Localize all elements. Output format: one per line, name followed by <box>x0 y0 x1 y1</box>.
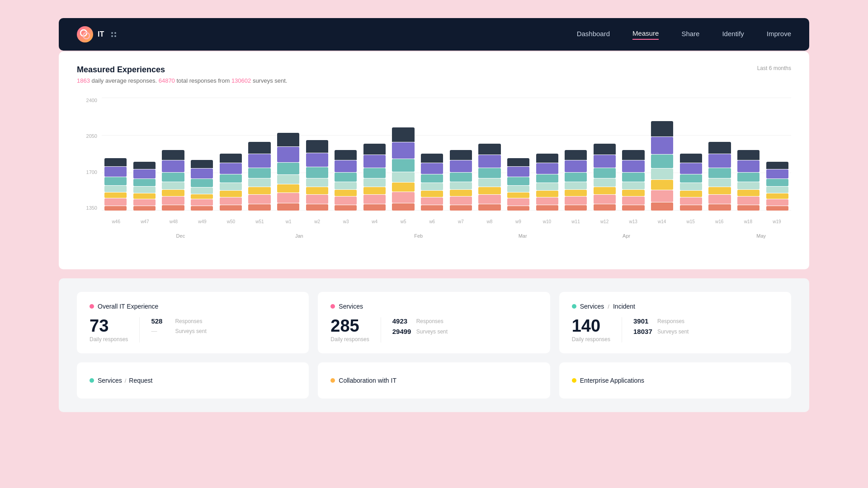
bar-segment <box>737 190 760 196</box>
nav-links: Dashboard Measure Share Identify Improve <box>577 29 791 40</box>
bar-segment <box>594 187 616 194</box>
bar-segment <box>162 190 184 196</box>
nav-identify[interactable]: Identify <box>722 30 744 39</box>
bar-segment <box>766 162 788 169</box>
bar-segment <box>306 187 328 194</box>
card-dot-incident <box>572 304 576 309</box>
x-label-w5: w5 <box>389 219 418 224</box>
bar-segment <box>478 144 500 155</box>
bar-segment <box>507 186 529 192</box>
bar-segment <box>104 198 127 206</box>
x-label-w10: w10 <box>533 219 561 224</box>
bar-segment <box>737 205 760 211</box>
card-title-incident: Services <box>580 303 604 310</box>
bar-segment <box>651 155 673 168</box>
bars-container <box>102 98 791 211</box>
bar-segment <box>766 193 788 199</box>
bar-segment <box>565 150 587 160</box>
bar-segment <box>277 147 299 162</box>
week-group-w2 <box>303 140 331 211</box>
week-group-w9 <box>505 158 533 211</box>
bar-segment <box>191 194 213 199</box>
bar-segment <box>104 192 127 198</box>
card-stat-18037: 18037 <box>633 328 654 335</box>
x-label-w1: w1 <box>274 219 303 224</box>
bar-segment <box>622 190 644 196</box>
bar-segment <box>248 142 270 154</box>
daily-avg: 1863 <box>77 77 90 84</box>
bar-segment <box>680 154 702 163</box>
bar-segment <box>594 144 616 155</box>
card-stat-label-surveys-3: Surveys sent <box>657 328 689 335</box>
nav-share[interactable]: Share <box>681 30 699 39</box>
bar-stack-w47 <box>131 162 159 211</box>
week-group-w11 <box>562 150 590 211</box>
card-score-label-overall: Daily responses <box>90 336 128 343</box>
x-label-w51: w51 <box>245 219 274 224</box>
bar-segment <box>565 197 587 205</box>
x-label-w48: w48 <box>159 219 188 224</box>
nav-improve[interactable]: Improve <box>767 30 791 39</box>
bar-segment <box>708 187 731 194</box>
bar-segment <box>306 195 328 204</box>
bar-stack-w11 <box>562 150 590 211</box>
bar-stack-w7 <box>447 150 475 211</box>
week-group-w3 <box>332 150 360 211</box>
card-overall: Overall IT Experience 73 Daily responses… <box>77 292 309 353</box>
bar-segment <box>191 188 213 194</box>
week-group-w16 <box>706 142 734 211</box>
bar-segment <box>766 187 788 193</box>
bar-segment <box>450 190 472 196</box>
bar-segment <box>248 187 270 194</box>
bar-segment <box>392 203 414 211</box>
bar-segment <box>363 144 386 155</box>
x-label-w14: w14 <box>647 219 676 224</box>
bar-segment <box>162 173 184 182</box>
bar-segment <box>363 187 386 194</box>
bar-segment <box>536 205 558 211</box>
chart-area: 2400 2050 1700 1350 w46w47w48w49w50w51w1… <box>77 98 791 224</box>
bar-segment <box>133 193 156 199</box>
bar-segment <box>133 179 156 186</box>
bar-segment <box>565 205 587 211</box>
week-group-w7 <box>447 150 475 211</box>
bar-segment <box>737 173 760 182</box>
card-score-services: 285 <box>330 317 369 334</box>
bar-segment <box>536 154 558 163</box>
bar-segment <box>536 197 558 205</box>
bar-segment <box>450 182 472 189</box>
card-title-enterprise: Enterprise Applications <box>580 377 644 384</box>
bar-stack-w6 <box>418 154 446 211</box>
week-group-w50 <box>217 154 245 211</box>
bar-stack-w2 <box>303 140 331 211</box>
card-collaboration: Collaboration with IT <box>318 362 550 399</box>
card-score-overall: 73 <box>90 317 128 334</box>
bar-stack-w18 <box>735 150 763 211</box>
bar-segment <box>651 169 673 179</box>
bar-segment <box>651 137 673 154</box>
bar-segment <box>708 178 731 187</box>
nav-measure[interactable]: Measure <box>632 29 659 40</box>
chart-body: w46w47w48w49w50w51w1w2w3w4w5w6w7w8w9w10w… <box>102 98 791 224</box>
week-group-w15 <box>677 154 705 211</box>
nav-dashboard[interactable]: Dashboard <box>577 30 610 39</box>
cards-section: Overall IT Experience 73 Daily responses… <box>59 278 809 412</box>
x-label-w12: w12 <box>590 219 619 224</box>
bar-segment <box>306 178 328 187</box>
x-label-w8: w8 <box>475 219 504 224</box>
bar-segment <box>220 174 242 183</box>
bar-segment <box>680 205 702 211</box>
week-group-w49 <box>188 160 216 211</box>
brand-name: IT <box>98 30 104 38</box>
card-score-label-incident: Daily responses <box>572 336 610 343</box>
bar-stack-w15 <box>677 154 705 211</box>
bar-segment <box>421 163 443 174</box>
week-group-w47 <box>131 162 159 211</box>
card-services: Services 285 Daily responses 4923 Respon… <box>318 292 550 353</box>
grid-icon[interactable] <box>111 32 116 37</box>
cards-grid: Overall IT Experience 73 Daily responses… <box>77 292 791 353</box>
bar-segment <box>565 160 587 172</box>
total-responses: 64870 <box>159 77 175 84</box>
bar-stack-w9 <box>505 158 533 211</box>
x-label-w13: w13 <box>619 219 648 224</box>
